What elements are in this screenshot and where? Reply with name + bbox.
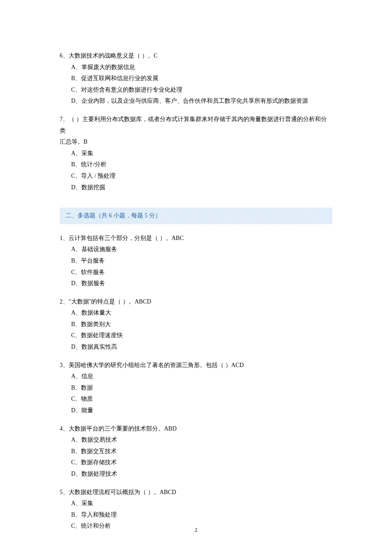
options-list: A、掌握庞大的数据信息 B、促进互联网和信息行业的发展 C、对这些含有意义的数据… — [60, 62, 332, 107]
option-d: D、数据真实性高 — [71, 341, 332, 353]
question-7: 7、（ ）主要利用分布式数据库，或者分布式计算集群来对存储于其内的海量数据进行普… — [60, 114, 332, 193]
section-header-multi-choice: 二、多选题（共 6 小题，每题 5 分） — [60, 208, 332, 224]
options-list: A、信息 B、数据 C、物质 D、能量 — [60, 371, 332, 416]
multi-question-4: 4、大数据平台的三个重要的技术部分。ABD A、数据交易技术 B、数据交互技术 … — [60, 423, 332, 480]
question-text: 1、云计算包括有三个部分，分别是（ ）。ABC — [60, 233, 332, 244]
options-list: A、数据体量大 B、数据类别大 C、数据处理速度快 D、数据真实性高 — [60, 307, 332, 353]
option-a: A、数据体量大 — [71, 307, 332, 319]
option-a: A、信息 — [71, 371, 332, 382]
options-list: A、基础设施服务 B、平台服务 C、软件服务 D、数据服务 — [60, 244, 332, 289]
option-b: B、统计/分析 — [71, 159, 332, 171]
question-text: 2、"大数据"的特点是（ ）。ABCD — [60, 296, 332, 308]
option-a: A、采集 — [71, 498, 332, 509]
option-d: D、数据处理技术 — [71, 468, 332, 480]
option-a: A、采集 — [71, 148, 332, 159]
question-text-line1: 7、（ ）主要利用分布式数据库，或者分布式计算集群来对存储于其内的海量数据进行普… — [60, 114, 332, 136]
option-d: D、数据挖掘 — [71, 182, 332, 194]
option-c: C、导入 / 预处理 — [71, 171, 332, 182]
page-number: 2 — [0, 525, 392, 535]
option-d: D、数据服务 — [71, 278, 332, 289]
option-a: A、掌握庞大的数据信息 — [71, 62, 332, 73]
option-b: B、平台服务 — [71, 255, 332, 267]
option-c: C、数据存储技术 — [71, 457, 332, 468]
question-6: 6、大数据技术的战略意义是（ ）。C A、掌握庞大的数据信息 B、促进互联网和信… — [60, 50, 332, 107]
option-a: A、基础设施服务 — [71, 244, 332, 255]
option-b: B、导入和预处理 — [71, 509, 332, 521]
question-text: 6、大数据技术的战略意义是（ ）。C — [60, 50, 332, 62]
option-a: A、数据交易技术 — [71, 434, 332, 446]
question-text-line2: 汇总等。B — [60, 136, 332, 148]
option-b: B、促进互联网和信息行业的发展 — [71, 73, 332, 84]
option-d: D、能量 — [71, 405, 332, 416]
options-list: A、采集 B、统计/分析 C、导入 / 预处理 D、数据挖掘 — [60, 148, 332, 193]
option-c: C、对这些含有意义的数据进行专业化处理 — [71, 84, 332, 96]
question-text: 5、大数据处理流程可以概括为（ ）。ABCD — [60, 487, 332, 498]
options-list: A、数据交易技术 B、数据交互技术 C、数据存储技术 D、数据处理技术 — [60, 434, 332, 480]
multi-question-2: 2、"大数据"的特点是（ ）。ABCD A、数据体量大 B、数据类别大 C、数据… — [60, 296, 332, 353]
multi-question-3: 3、美国哈佛大学的研究小组给出了著名的资源三角形。包括（ ）ACD A、信息 B… — [60, 360, 332, 416]
question-text: 4、大数据平台的三个重要的技术部分。ABD — [60, 423, 332, 435]
option-b: B、数据 — [71, 382, 332, 394]
option-c: C、物质 — [71, 393, 332, 405]
option-d: D、企业内部，以及企业与供应商、客户、合作伙伴和员工数字化共享所有形式的数据资源 — [71, 95, 332, 107]
option-b: B、数据交互技术 — [71, 446, 332, 457]
option-b: B、数据类别大 — [71, 319, 332, 330]
multi-question-1: 1、云计算包括有三个部分，分别是（ ）。ABC A、基础设施服务 B、平台服务 … — [60, 233, 332, 289]
option-c: C、数据处理速度快 — [71, 330, 332, 341]
question-text: 3、美国哈佛大学的研究小组给出了著名的资源三角形。包括（ ）ACD — [60, 360, 332, 371]
option-c: C、软件服务 — [71, 267, 332, 278]
